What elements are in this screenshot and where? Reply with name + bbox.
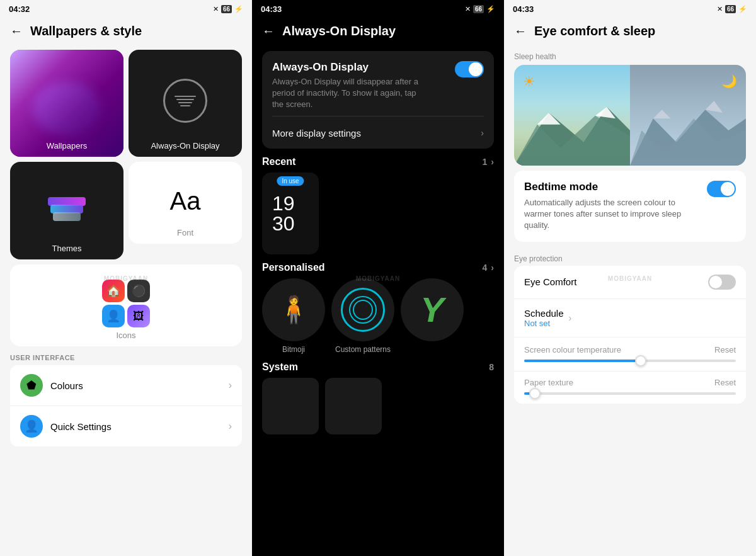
pattern-inner-circle bbox=[349, 296, 377, 324]
bedtime-title: Bedtime mode bbox=[524, 181, 688, 193]
system-thumb-2[interactable] bbox=[325, 378, 382, 434]
more-settings-row[interactable]: More display settings › bbox=[272, 122, 484, 139]
personalised-section: Personalised 4 › bbox=[262, 262, 494, 273]
night-mountain-svg bbox=[630, 95, 746, 166]
aod-content: Always-On Display Always-On Display will… bbox=[252, 45, 504, 556]
svg-marker-2 bbox=[537, 113, 561, 125]
colours-chevron: › bbox=[229, 380, 232, 391]
day-side: ☀ bbox=[514, 65, 630, 166]
themes-card[interactable]: Themes bbox=[10, 162, 123, 259]
panel-aod: 04:33 ✕ 66 ⚡ ← Always-On Display Always-… bbox=[252, 0, 504, 556]
themes-label: Themes bbox=[10, 244, 123, 253]
time-2: 04:33 bbox=[261, 4, 282, 14]
back-arrow-3[interactable]: ← bbox=[514, 24, 527, 38]
time-1: 04:32 bbox=[9, 4, 30, 14]
status-icons-1: ✕ 66 ⚡ bbox=[213, 5, 243, 13]
aod-toggle-card: Always-On Display Always-On Display will… bbox=[262, 51, 494, 149]
recent-section: Recent 1 › bbox=[262, 156, 494, 167]
x-icon-2: ✕ bbox=[465, 5, 471, 13]
back-arrow-1[interactable]: ← bbox=[10, 24, 23, 38]
quick-settings-menu-item[interactable]: 👤 Quick Settings › bbox=[10, 406, 242, 446]
screen-temp-slider-row bbox=[514, 357, 746, 371]
y-item[interactable]: Y bbox=[401, 278, 464, 354]
bedtime-toggle-knob bbox=[721, 182, 735, 196]
in-use-badge: In use bbox=[277, 176, 304, 186]
aod-toggle-knob bbox=[469, 62, 483, 76]
screen-temp-reset[interactable]: Reset bbox=[714, 345, 736, 355]
back-arrow-2[interactable]: ← bbox=[262, 24, 275, 38]
wallpapers-label: Wallpapers bbox=[10, 141, 123, 150]
app-icon-2: ⚫ bbox=[127, 280, 150, 302]
colours-menu-item[interactable]: ⬟ Colours › bbox=[10, 365, 242, 406]
battery-2: 66 bbox=[473, 5, 484, 13]
icons-row: 🏠 ⚫ 👤 🖼 Icons bbox=[0, 264, 252, 346]
recent-count-row: 1 › bbox=[483, 157, 494, 167]
aod-line bbox=[180, 105, 190, 106]
eye-comfort-toggle[interactable] bbox=[708, 275, 736, 290]
schedule-row[interactable]: Schedule Not set › bbox=[514, 299, 746, 338]
aod-line bbox=[178, 102, 192, 103]
aod-label: Always-On Display bbox=[129, 141, 242, 150]
clock-hours: 19 bbox=[272, 193, 295, 213]
page-title-3: Eye comfort & sleep bbox=[534, 24, 655, 38]
page-title-2: Always-On Display bbox=[282, 24, 396, 38]
system-section: System 8 bbox=[262, 361, 494, 373]
bolt-icon-1: ⚡ bbox=[234, 5, 243, 13]
bedtime-text: Bedtime mode Automatically adjusts the s… bbox=[524, 181, 688, 232]
clock-mins: 30 bbox=[272, 213, 295, 234]
aod-toggle-desc: Always-On Display will disappear after a… bbox=[272, 76, 423, 111]
font-label: Font bbox=[177, 228, 193, 237]
paper-texture-slider-thumb[interactable] bbox=[529, 388, 541, 399]
aod-circle bbox=[163, 79, 207, 123]
personalised-items: 🧍 Bitmoji Custom patterns Y bbox=[262, 278, 494, 354]
wallpapers-card[interactable]: Wallpapers bbox=[10, 50, 123, 157]
status-bar-1: 04:32 ✕ 66 ⚡ bbox=[0, 0, 252, 18]
sun-icon: ☀ bbox=[523, 74, 536, 90]
svg-marker-5 bbox=[630, 118, 746, 166]
personalised-chevron: › bbox=[491, 263, 494, 273]
eye-protection-card: Eye Comfort Schedule Not set › Screen co… bbox=[514, 266, 746, 404]
app-icon-4: 🖼 bbox=[127, 305, 150, 327]
theme-layers bbox=[48, 197, 86, 221]
bitmoji-item[interactable]: 🧍 Bitmoji bbox=[262, 278, 325, 354]
aod-toggle-title: Always-On Display bbox=[272, 61, 423, 74]
custom-patterns-item[interactable]: Custom patterns bbox=[331, 278, 394, 354]
panel-wallpapers: 04:32 ✕ 66 ⚡ ← Wallpapers & style Wallpa… bbox=[0, 0, 252, 556]
sleep-image: ☀ 🌙 bbox=[514, 65, 746, 166]
eye-comfort-row: Eye Comfort bbox=[514, 266, 746, 299]
aod-card[interactable]: Always-On Display bbox=[129, 50, 242, 157]
header-1: ← Wallpapers & style bbox=[0, 18, 252, 45]
font-preview: Aa bbox=[170, 187, 201, 215]
font-card[interactable]: Aa Font bbox=[129, 162, 242, 244]
paper-texture-reset[interactable]: Reset bbox=[714, 378, 736, 387]
pattern-inner2 bbox=[353, 300, 373, 320]
aod-line bbox=[175, 96, 196, 97]
system-thumb-1[interactable] bbox=[262, 378, 319, 434]
bedtime-toggle[interactable] bbox=[707, 181, 736, 197]
paper-texture-slider-track[interactable] bbox=[524, 392, 736, 395]
icons-card[interactable]: 🏠 ⚫ 👤 🖼 Icons bbox=[10, 264, 242, 346]
section-label: USER INTERFACE bbox=[0, 346, 252, 365]
eye-comfort-label: Eye Comfort bbox=[524, 276, 708, 287]
eye-comfort-toggle-knob bbox=[709, 276, 722, 288]
quick-settings-chevron: › bbox=[229, 421, 232, 432]
screen-temp-slider-track[interactable] bbox=[524, 360, 736, 362]
cards-grid: Wallpapers Always-On Display bbox=[0, 45, 252, 162]
colours-label: Colours bbox=[50, 380, 221, 391]
personalised-count-row: 4 › bbox=[483, 263, 494, 273]
aod-toggle-switch[interactable] bbox=[455, 61, 484, 77]
sleep-health-label: Sleep health bbox=[504, 45, 756, 65]
theme-layer-3 bbox=[53, 212, 81, 221]
recent-label: Recent bbox=[262, 156, 295, 167]
bolt-icon-2: ⚡ bbox=[486, 5, 495, 13]
status-bar-2: 04:33 ✕ 66 ⚡ bbox=[252, 0, 504, 18]
clock-thumb[interactable]: In use 19 30 bbox=[262, 173, 319, 254]
bitmoji-emoji: 🧍 bbox=[277, 294, 310, 325]
bedtime-card: Bedtime mode Automatically adjusts the s… bbox=[514, 171, 746, 242]
screen-temp-slider-thumb[interactable] bbox=[635, 355, 646, 366]
night-mountains bbox=[630, 95, 746, 166]
time-3: 04:33 bbox=[513, 4, 534, 14]
paper-texture-label-row: Paper texture Reset bbox=[514, 371, 746, 390]
svg-marker-6 bbox=[653, 110, 671, 118]
quick-settings-icon: 👤 bbox=[20, 415, 43, 438]
